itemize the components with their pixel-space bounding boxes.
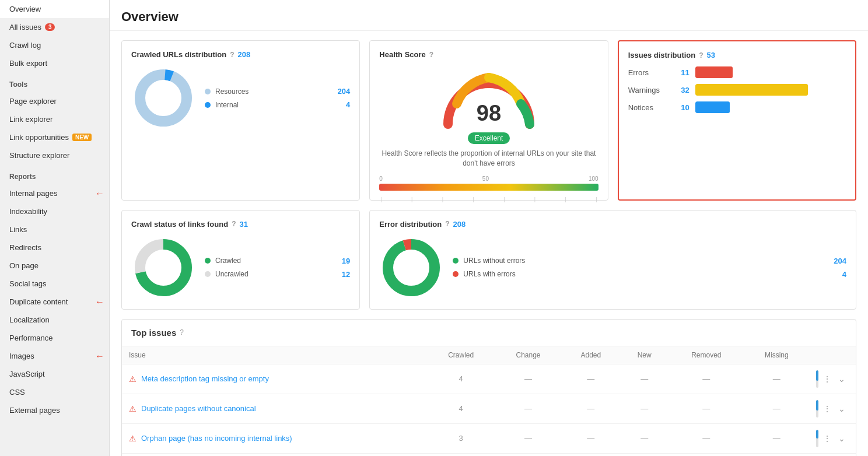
legend-dot	[453, 258, 459, 264]
sidebar-item-links[interactable]: Links	[0, 220, 109, 238]
gauge-wrapper: 98	[436, 66, 541, 130]
sidebar-item-bulk-export[interactable]: Bulk export	[0, 54, 109, 72]
sidebar-item-label: Link explorer	[9, 115, 52, 124]
help-icon[interactable]: ?	[429, 51, 433, 59]
scale-mid: 50	[482, 176, 489, 182]
sidebar-item-redirects[interactable]: Redirects	[0, 238, 109, 257]
crawl-status-chart: Crawled 19 Uncrawled 12	[131, 236, 350, 300]
actions-cell: ⋮ ⌄	[809, 423, 856, 453]
col-new: New	[620, 346, 668, 364]
crawl-status-svg	[131, 236, 195, 300]
sidebar-item-indexability[interactable]: Indexability	[0, 202, 109, 220]
top-issues-header: Top issues ?	[122, 320, 856, 346]
sidebar-item-label: Performance	[9, 334, 52, 342]
sidebar-item-link-opportunities[interactable]: Link opportunities NEW	[0, 128, 109, 146]
mini-progress-bar	[816, 370, 818, 388]
issue-text[interactable]: Duplicate pages without canonical	[141, 404, 256, 413]
row-actions: ⋮ ⌄	[816, 370, 849, 388]
top-grid: Crawled URLs distribution ? 208 Resource…	[121, 40, 856, 201]
sidebar-item-label: Overview	[9, 5, 41, 13]
issue-text[interactable]: Orphan page (has no incoming internal li…	[141, 434, 292, 443]
legend-dot	[205, 258, 211, 264]
expand-button[interactable]: ⌄	[836, 373, 848, 385]
sidebar-item-performance[interactable]: Performance	[0, 329, 109, 347]
more-options-button[interactable]: ⋮	[821, 373, 834, 385]
issues-distribution-title: Issues distribution ? 53	[628, 51, 846, 59]
crawled-urls-title: Crawled URLs distribution ? 208	[131, 50, 350, 59]
top-issues-section: Top issues ? Issue Crawled Change Added …	[121, 319, 856, 456]
error-distribution-card: Error distribution ? 208	[369, 210, 856, 310]
sidebar-item-external-pages[interactable]: External pages	[0, 401, 109, 419]
crawl-status-card: Crawl status of links found ? 31 Crawled	[121, 210, 360, 310]
removed-cell: —	[668, 364, 744, 394]
more-options-button[interactable]: ⋮	[821, 403, 834, 415]
health-score-container: 98 Excellent Health Score reflects the p…	[379, 66, 598, 191]
sidebar-item-crawl-log[interactable]: Crawl log	[0, 36, 109, 54]
sidebar-item-label: Bulk export	[9, 59, 47, 68]
sidebar-item-javascript[interactable]: JavaScript	[0, 365, 109, 383]
scale-max: 100	[589, 176, 598, 182]
legend-dot	[205, 102, 211, 108]
sidebar-item-page-explorer[interactable]: Page explorer	[0, 92, 109, 110]
crawl-status-total[interactable]: 31	[239, 220, 247, 229]
error-icon: ⚠	[129, 404, 136, 413]
change-cell: —	[495, 423, 562, 453]
legend-dot	[453, 271, 459, 277]
removed-cell: —	[668, 394, 744, 423]
expand-button[interactable]: ⌄	[836, 433, 848, 444]
sidebar-item-label: Internal pages	[9, 189, 57, 198]
help-icon[interactable]: ?	[699, 51, 703, 59]
sidebar-item-images[interactable]: Images ←	[0, 347, 109, 365]
expand-button[interactable]: ⌄	[836, 403, 848, 415]
sidebar-item-label: CSS	[9, 388, 25, 397]
sidebar-item-overview[interactable]: Overview	[0, 0, 109, 18]
svg-text:98: 98	[477, 101, 501, 125]
issue-label-container: ⚠ Meta description tag missing or empty	[129, 374, 420, 384]
content-area: Crawled URLs distribution ? 208 Resource…	[110, 31, 868, 456]
sidebar-item-localization[interactable]: Localization	[0, 311, 109, 329]
sidebar-item-label: Localization	[9, 315, 50, 324]
health-score-title: Health Score ?	[379, 50, 598, 59]
sidebar-item-label: Crawl log	[9, 41, 41, 50]
error-dist-total[interactable]: 208	[453, 220, 466, 229]
help-icon[interactable]: ?	[230, 51, 234, 59]
issue-text[interactable]: Meta description tag missing or empty	[141, 374, 269, 383]
col-crawled: Crawled	[427, 346, 495, 364]
crawled-cell: 4	[427, 394, 495, 423]
legend-item-crawled: Crawled 19	[205, 257, 350, 265]
sidebar-item-duplicate-content[interactable]: Duplicate content ←	[0, 293, 109, 311]
table-row: ℹ CSS file size too large 24 — — — — — ⋮…	[122, 453, 856, 456]
more-options-button[interactable]: ⋮	[821, 433, 834, 444]
sidebar-item-social-tags[interactable]: Social tags	[0, 275, 109, 293]
sidebar-item-on-page[interactable]: On page	[0, 257, 109, 275]
sidebar: Overview All issues 3 Crawl log Bulk exp…	[0, 0, 110, 456]
sidebar-item-label: JavaScript	[9, 370, 45, 378]
issue-label-cell: ℹ CSS file size too large	[122, 453, 427, 456]
help-icon[interactable]: ?	[445, 220, 449, 228]
help-icon[interactable]: ?	[180, 328, 184, 336]
actions-cell: ⋮ ⌄	[809, 394, 856, 423]
sidebar-item-internal-pages[interactable]: Internal pages ←	[0, 184, 109, 202]
sidebar-item-structure-explorer[interactable]: Structure explorer	[0, 146, 109, 164]
new-cell: —	[620, 364, 668, 394]
missing-cell: —	[744, 364, 809, 394]
issues-total[interactable]: 53	[707, 51, 715, 59]
issue-row-notices: Notices 10	[628, 101, 846, 113]
sidebar-item-css[interactable]: CSS	[0, 383, 109, 401]
mini-progress-bar	[816, 400, 818, 418]
missing-cell: —	[744, 423, 809, 453]
issues-table-body: ⚠ Meta description tag missing or empty …	[122, 364, 856, 456]
crawled-urls-legend: Resources 204 Internal 4	[205, 87, 350, 109]
error-dist-legend: URLs without errors 204 URLs with errors…	[453, 257, 846, 279]
sidebar-item-all-issues[interactable]: All issues 3	[0, 18, 109, 36]
sidebar-item-label: On page	[9, 261, 38, 270]
svg-point-10	[395, 251, 428, 284]
mini-progress-fill	[816, 430, 818, 439]
col-issue: Issue	[122, 346, 427, 364]
donut-chart-svg	[131, 66, 195, 130]
crawled-urls-total[interactable]: 208	[238, 50, 251, 59]
sidebar-item-link-explorer[interactable]: Link explorer	[0, 110, 109, 128]
sidebar-item-label: All issues	[9, 23, 41, 31]
crawled-cell: 3	[427, 423, 495, 453]
help-icon[interactable]: ?	[232, 220, 236, 228]
